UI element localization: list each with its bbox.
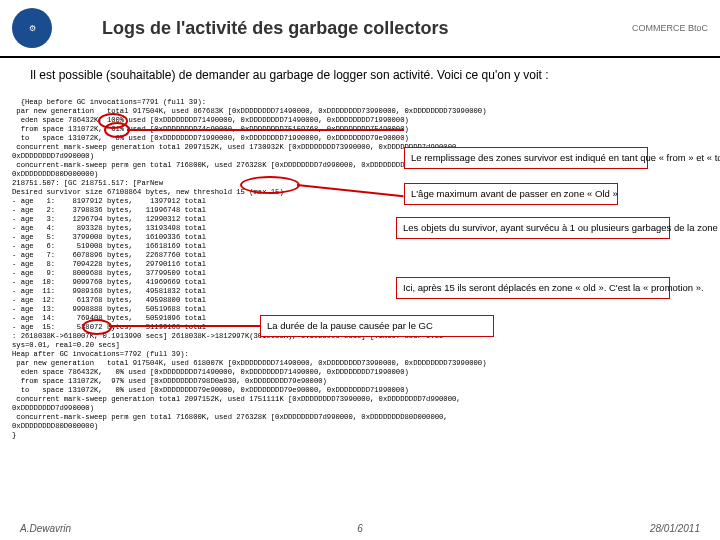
circle-threshold — [240, 176, 300, 194]
line-maxage — [297, 184, 404, 197]
circle-pause-time — [82, 319, 112, 335]
header: ⚙ Logs de l'activité des garbage collect… — [0, 0, 720, 58]
logo-left-icon: ⚙ — [12, 8, 52, 48]
page-title: Logs de l'activité des garbage collector… — [102, 18, 632, 39]
line-pause — [109, 325, 260, 327]
annotation-survivor: Le remplissage des zones survivor est in… — [404, 147, 648, 169]
footer-page: 6 — [357, 523, 363, 534]
annotation-objets: Les objets du survivor, ayant survécu à … — [396, 217, 670, 239]
logo-right: COMMERCE BtoC — [632, 23, 708, 33]
intro-text: Il est possible (souhaitable) de demande… — [0, 58, 720, 87]
footer-date: 28/01/2011 — [650, 523, 700, 534]
log-output: {Heap before GC invocations=7791 (full 3… — [0, 87, 720, 540]
footer-author: A.Dewavrin — [20, 523, 71, 534]
footer: A.Dewavrin 6 28/01/2011 — [0, 523, 720, 534]
line-survivor — [127, 129, 404, 131]
annotation-promotion: Ici, après 15 ils seront déplacés en zon… — [396, 277, 670, 299]
annotation-pause: La durée de la pause causée par le GC — [260, 315, 494, 337]
annotation-maxage: L'âge maximum avant de passer en zone « … — [404, 183, 618, 205]
